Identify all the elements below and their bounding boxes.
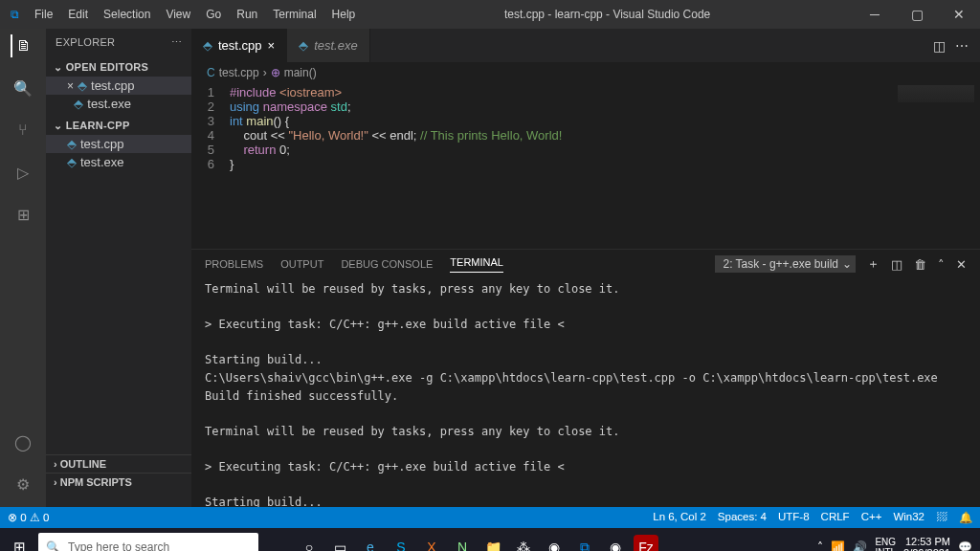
status-bar: ⊗ 0 ⚠ 0 Ln 6, Col 2Spaces: 4UTF-8CRLFC++… (0, 507, 980, 528)
explorer-more-icon[interactable]: ⋯ (171, 36, 182, 49)
close-icon[interactable] (67, 98, 70, 111)
more-actions-icon[interactable]: ⋯ (955, 38, 969, 54)
cpp-file-icon: ⬘ (203, 38, 212, 53)
npp-icon[interactable]: N (450, 535, 475, 551)
code-line[interactable]: 3int main() { (191, 114, 980, 128)
extensions-icon[interactable]: ⊞ (11, 203, 34, 226)
panel-tab-terminal[interactable]: TERMINAL (450, 256, 503, 273)
code-line[interactable]: 2using namespace std; (191, 99, 980, 114)
notifications-icon[interactable]: 💬 (958, 540, 972, 551)
open-editors-section[interactable]: OPEN EDITORS (46, 58, 191, 77)
delete-terminal-icon[interactable]: 🗑 (914, 257, 926, 272)
open-editor-item[interactable]: ⬘test.exe (46, 95, 191, 113)
close-button[interactable]: ✕ (938, 0, 980, 29)
open-editor-item[interactable]: ×⬘test.cpp (46, 77, 191, 95)
code-line[interactable]: 1#include <iostream> (191, 85, 980, 99)
breadcrumb[interactable]: C test.cpp › ⊕ main() (191, 62, 980, 83)
settings-gear-icon[interactable]: ⚙ (11, 473, 34, 496)
menu-edit[interactable]: Edit (62, 4, 94, 25)
status-item[interactable]: Ln 6, Col 2 (653, 511, 706, 524)
menu-go[interactable]: Go (200, 4, 227, 25)
explorer-sidebar: EXPLORER ⋯ OPEN EDITORS ×⬘test.cpp ⬘test… (46, 29, 191, 507)
menu-run[interactable]: Run (231, 4, 263, 25)
status-item[interactable]: Win32 (893, 511, 924, 524)
npm-scripts-section[interactable]: NPM SCRIPTS (46, 473, 191, 491)
status-errors[interactable]: ⊗ 0 ⚠ 0 (8, 511, 49, 524)
panel-tab-output[interactable]: OUTPUT (280, 258, 323, 270)
tray-language[interactable]: ENGINTL (875, 537, 896, 551)
panel-tab-debug-console[interactable]: DEBUG CONSOLE (341, 258, 433, 270)
menu-help[interactable]: Help (326, 4, 362, 25)
maximize-button[interactable]: ▢ (896, 0, 938, 29)
code-editor[interactable]: 1#include <iostream>2using namespace std… (191, 83, 980, 249)
status-item[interactable]: Spaces: 4 (718, 511, 767, 524)
chevron-right-icon: › (263, 66, 267, 79)
cpp-file-icon: ⬘ (74, 97, 83, 111)
explorer-icon[interactable]: 🗎 (11, 34, 33, 57)
account-icon[interactable]: ◯ (11, 430, 34, 453)
editor-tab[interactable]: ⬘test.exe (287, 29, 370, 62)
file-name: test.exe (87, 97, 131, 111)
code-line[interactable]: 5 return 0; (191, 143, 980, 157)
edge-icon[interactable]: e (358, 535, 383, 551)
menu-file[interactable]: File (29, 4, 58, 25)
cortana-icon[interactable]: ○ (297, 535, 322, 551)
tray-chevron-icon[interactable]: ˄ (817, 540, 823, 551)
minimap[interactable] (898, 85, 974, 102)
close-panel-icon[interactable]: ✕ (956, 257, 967, 272)
vscode-logo-icon: ⧉ (0, 8, 29, 21)
project-file-item[interactable]: ⬘test.exe (46, 153, 191, 171)
menu-bar: FileEditSelectionViewGoRunTerminalHelp (29, 4, 361, 25)
panel-tab-problems[interactable]: PROBLEMS (205, 258, 263, 270)
menu-selection[interactable]: Selection (98, 4, 156, 25)
tray-clock[interactable]: 12:53 PM2/26/2021 (903, 536, 950, 551)
code-line[interactable]: 6} (191, 157, 980, 171)
menu-terminal[interactable]: Terminal (267, 4, 322, 25)
chrome-icon[interactable]: ◉ (542, 535, 567, 551)
filezilla-icon[interactable]: Fz (634, 535, 658, 551)
source-control-icon[interactable]: ⑂ (11, 119, 34, 142)
xampp-icon[interactable]: X (419, 535, 444, 551)
status-item[interactable]: 🔔 (959, 511, 972, 524)
code-line[interactable]: 4 cout << "Hello, World!" << endl; // Th… (191, 128, 980, 143)
tab-label: test.exe (314, 38, 358, 53)
windows-search[interactable]: 🔍 Type here to search (38, 533, 258, 551)
close-tab-icon[interactable]: × (268, 38, 276, 53)
minimize-button[interactable]: ─ (854, 0, 896, 29)
terminal-dropdown[interactable]: 2: Task - g++.exe build (715, 255, 856, 273)
project-file-item[interactable]: ⬘test.cpp (46, 135, 191, 153)
maximize-panel-icon[interactable]: ˄ (938, 257, 945, 272)
search-icon[interactable]: 🔍 (11, 77, 34, 99)
new-terminal-icon[interactable]: ＋ (867, 255, 880, 273)
bottom-panel: PROBLEMSOUTPUTDEBUG CONSOLETERMINAL 2: T… (191, 249, 980, 507)
menu-view[interactable]: View (160, 4, 196, 25)
status-item[interactable]: C++ (861, 511, 882, 524)
project-section[interactable]: LEARN-CPP (46, 117, 191, 135)
tray-volume-icon[interactable]: 🔊 (853, 540, 867, 551)
close-icon[interactable]: × (67, 79, 74, 93)
status-item[interactable]: ⛆ (936, 511, 947, 524)
start-button[interactable]: ⊞ (0, 539, 38, 551)
explorer-app-icon[interactable]: 📁 (480, 535, 505, 551)
task-view-icon[interactable]: ▭ (327, 535, 352, 551)
method-icon: ⊕ (271, 66, 280, 79)
file-icon: ⬘ (67, 137, 77, 151)
title-bar: ⧉ FileEditSelectionViewGoRunTerminalHelp… (0, 0, 980, 29)
terminal-output[interactable]: Terminal will be reused by tasks, press … (191, 273, 980, 507)
search-icon: 🔍 (46, 540, 60, 551)
outline-section[interactable]: OUTLINE (46, 454, 191, 473)
breadcrumb-symbol: main() (284, 66, 317, 79)
taskbar-apps: ○ ▭ e S X N 📁 ⁂ ◉ ⧉ ◉ Fz (297, 535, 658, 551)
status-item[interactable]: UTF-8 (778, 511, 810, 524)
run-debug-icon[interactable]: ▷ (11, 161, 34, 184)
cpp-file-icon: ⬘ (299, 38, 308, 53)
status-item[interactable]: CRLF (821, 511, 850, 524)
split-terminal-icon[interactable]: ◫ (891, 257, 902, 272)
tray-network-icon[interactable]: 📶 (831, 540, 845, 551)
vscode-app-icon[interactable]: ⧉ (572, 535, 597, 551)
slack-icon[interactable]: ⁂ (511, 535, 536, 551)
skype-icon[interactable]: S (389, 535, 413, 551)
split-editor-icon[interactable]: ◫ (933, 38, 946, 54)
chrome2-icon[interactable]: ◉ (603, 535, 628, 551)
editor-tab[interactable]: ⬘test.cpp× (191, 29, 287, 62)
